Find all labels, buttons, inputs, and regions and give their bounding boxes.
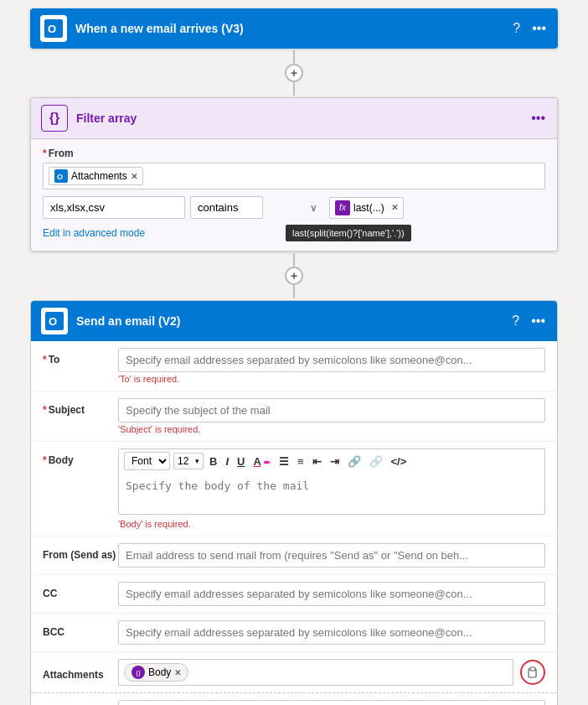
bold-button[interactable]: B	[207, 454, 219, 469]
filter-value-input[interactable]	[43, 196, 185, 219]
filter-more-button[interactable]: •••	[529, 109, 547, 127]
send-email-title: Send an email (V2)	[76, 314, 510, 328]
filter-card: {} Filter array ••• *From O Attachments …	[30, 97, 558, 251]
trigger-help-button[interactable]: ?	[511, 19, 522, 38]
trigger-icon: O	[40, 15, 67, 42]
attachments-tag-close[interactable]: ✕	[131, 172, 137, 181]
bcc-input[interactable]	[118, 620, 545, 645]
send-email-header: O Send an email (V2) ? •••	[31, 301, 557, 341]
body-error: 'Body' is required.	[118, 519, 545, 529]
trigger-title: When a new email arrives (V3)	[75, 22, 511, 35]
decrease-indent-button[interactable]: ⇤	[310, 454, 324, 469]
from-label: *From	[43, 148, 545, 159]
filter-title: Filter array	[76, 111, 529, 125]
formula-tooltip: last(split(item()?['name'],'.'))	[286, 225, 411, 241]
to-field-area: 'To' is required.	[118, 348, 545, 384]
ordered-list-button[interactable]: ≡	[295, 454, 307, 469]
body-field-area: Font 12 ▾ B I U A ✏ ☰	[118, 448, 545, 529]
body-row: *Body Font 12 ▾ B I U	[31, 442, 557, 537]
send-email-icon: O	[41, 308, 68, 334]
to-input[interactable]	[118, 348, 545, 372]
increase-indent-button[interactable]: ⇥	[328, 454, 342, 469]
svg-text:O: O	[48, 23, 56, 35]
sensitivity-row: Sensitivity Sensitivity Normal Personal …	[31, 693, 557, 705]
attachments-row: Attachments {} Body ✕	[31, 652, 557, 693]
filter-row: contains fx last(...) ✕ last(split(item(…	[43, 196, 545, 219]
from-field-area	[118, 543, 545, 568]
attachments-tag-icon: O	[54, 169, 68, 183]
to-row: *To 'To' is required.	[31, 341, 557, 391]
to-label: *To	[43, 348, 118, 365]
send-email-body: *To 'To' is required. *Subject 'Subject'…	[31, 341, 557, 705]
underline-button[interactable]: U	[235, 454, 247, 469]
formula-label: last(...)	[353, 202, 384, 214]
trigger-card: O When a new email arrives (V3) ? •••	[30, 8, 558, 49]
connector-line-4	[293, 285, 295, 298]
attachments-tag-label: Attachments	[71, 170, 127, 182]
send-email-card: O Send an email (V2) ? ••• *To 'To' is r…	[30, 300, 558, 705]
body-textarea[interactable]	[118, 473, 545, 515]
subject-row: *Subject 'Subject' is required.	[31, 391, 557, 442]
sensitivity-select[interactable]: Sensitivity Normal Personal Private Conf…	[118, 700, 545, 705]
send-email-more-button[interactable]: •••	[529, 312, 547, 330]
filter-header: {} Filter array •••	[31, 98, 557, 139]
unlink-button[interactable]: 🔗	[367, 454, 385, 469]
filter-condition-select[interactable]: contains	[190, 196, 263, 219]
font-size-chevron: ▾	[195, 457, 199, 465]
body-attachment-tag: {} Body ✕	[124, 663, 188, 682]
sensitivity-field-area: Sensitivity Normal Personal Private Conf…	[118, 700, 545, 705]
body-tag-close[interactable]: ✕	[174, 668, 181, 677]
formula-icon: fx	[335, 200, 350, 215]
filter-icon: {}	[41, 105, 68, 132]
connector-line-2	[293, 82, 295, 96]
font-select[interactable]: Font	[124, 452, 170, 470]
body-tag-icon: {}	[132, 666, 145, 679]
trigger-header: O When a new email arrives (V3) ? •••	[30, 8, 558, 49]
formula-tag: fx last(...) ✕ last(split(item()?['name'…	[329, 197, 404, 219]
trigger-more-button[interactable]: •••	[530, 19, 548, 38]
text-color-button[interactable]: A ✏	[250, 454, 273, 469]
from-tag-input[interactable]: O Attachments ✕	[43, 163, 545, 189]
svg-rect-6	[530, 667, 535, 671]
body-tag-label: Body	[148, 666, 171, 678]
link-button[interactable]: 🔗	[345, 454, 364, 469]
attachments-label: Attachments	[43, 664, 118, 681]
from-send-label: From (Send as)	[43, 543, 118, 561]
subject-input[interactable]	[118, 398, 545, 422]
cc-input[interactable]	[118, 582, 545, 606]
from-input[interactable]	[118, 543, 545, 568]
connector-1: +	[285, 49, 303, 97]
connector-2: +	[285, 251, 303, 300]
from-row: From (Send as)	[31, 537, 557, 575]
cc-row: CC	[31, 575, 557, 614]
connector-plus-2[interactable]: +	[285, 267, 303, 285]
bcc-field-area	[118, 620, 545, 645]
code-button[interactable]: </>	[389, 454, 410, 469]
filter-condition-wrapper: contains	[190, 196, 324, 219]
subject-error: 'Subject' is required.	[118, 424, 545, 434]
body-toolbar: Font 12 ▾ B I U A ✏ ☰	[118, 448, 545, 473]
attachment-field[interactable]: {} Body ✕	[118, 659, 513, 686]
to-error: 'To' is required.	[118, 374, 545, 384]
connector-line-3	[293, 253, 295, 267]
bcc-row: BCC	[31, 614, 557, 652]
cc-label: CC	[43, 582, 118, 599]
italic-button[interactable]: I	[223, 454, 231, 469]
bcc-label: BCC	[43, 620, 118, 638]
cc-field-area	[118, 582, 545, 606]
clipboard-button[interactable]	[520, 660, 545, 685]
svg-text:O: O	[49, 315, 57, 328]
send-email-help-button[interactable]: ?	[510, 312, 521, 330]
body-label: *Body	[43, 448, 118, 466]
filter-body: *From O Attachments ✕ contains	[31, 139, 557, 251]
advanced-mode-link[interactable]: Edit in advanced mode	[43, 227, 145, 239]
connector-line-1	[293, 50, 295, 64]
sensitivity-label: Sensitivity	[43, 700, 118, 705]
subject-field-area: 'Subject' is required.	[118, 398, 545, 434]
formula-tag-close[interactable]: ✕	[391, 203, 398, 212]
subject-label: *Subject	[43, 398, 118, 416]
connector-plus-1[interactable]: +	[285, 64, 303, 82]
font-size-control[interactable]: 12 ▾	[173, 453, 204, 469]
svg-text:O: O	[57, 173, 63, 181]
unordered-list-button[interactable]: ☰	[276, 454, 291, 469]
